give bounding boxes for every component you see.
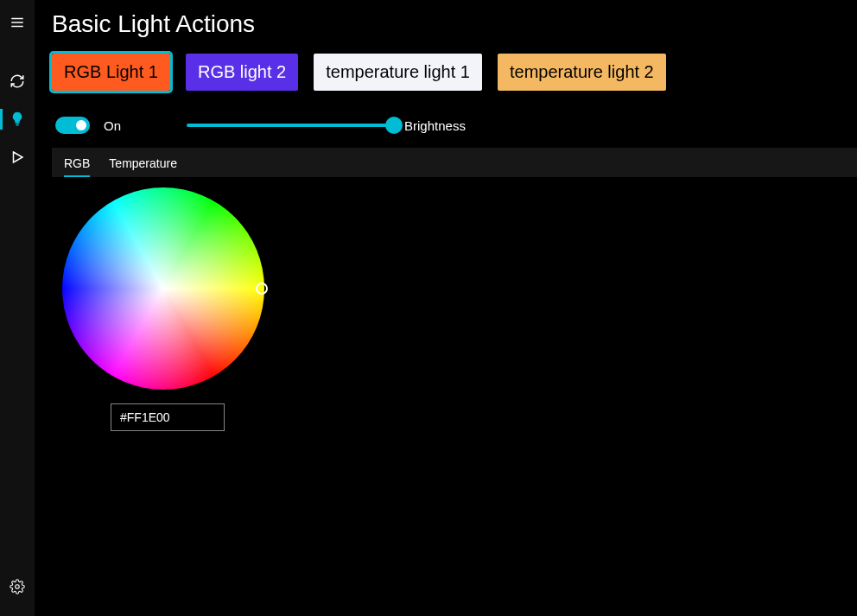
power-toggle[interactable]	[55, 117, 90, 134]
menu-icon	[10, 15, 25, 30]
sidebar	[0, 0, 35, 616]
brightness-slider[interactable]	[187, 124, 394, 127]
mode-tab-rgb[interactable]: RGB	[64, 156, 90, 177]
nav-play[interactable]	[0, 138, 35, 176]
power-label: On	[104, 118, 121, 133]
mode-tabs: RGB Temperature	[52, 148, 857, 177]
color-picker-handle[interactable]	[256, 283, 268, 295]
light-tab-temp-2[interactable]: temperature light 2	[498, 54, 666, 91]
svg-point-4	[16, 585, 20, 589]
color-wheel[interactable]	[62, 187, 264, 390]
gear-icon	[10, 579, 25, 594]
hex-input[interactable]: #FF1E00	[111, 403, 225, 431]
lightbulb-icon	[10, 111, 25, 127]
page-title: Basic Light Actions	[52, 10, 857, 38]
refresh-icon	[10, 73, 25, 89]
light-tab-rgb-1[interactable]: RGB Light 1	[52, 54, 170, 91]
light-tab-rgb-2[interactable]: RGB light 2	[186, 54, 298, 91]
brightness-label: Brightness	[404, 118, 466, 133]
main-content: Basic Light Actions RGB Light 1 RGB ligh…	[35, 0, 857, 616]
nav-settings[interactable]	[0, 568, 35, 606]
mode-tab-temperature[interactable]: Temperature	[109, 156, 177, 177]
color-panel: #FF1E00	[52, 177, 857, 441]
light-tab-temp-1[interactable]: temperature light 1	[314, 54, 482, 91]
slider-thumb[interactable]	[385, 117, 403, 134]
toggle-knob	[76, 120, 86, 130]
nav-lights[interactable]	[0, 100, 35, 138]
nav-menu[interactable]	[0, 3, 35, 41]
play-icon	[10, 149, 25, 165]
svg-marker-3	[14, 152, 23, 162]
light-tabs: RGB Light 1 RGB light 2 temperature ligh…	[52, 54, 857, 91]
nav-refresh[interactable]	[0, 62, 35, 100]
